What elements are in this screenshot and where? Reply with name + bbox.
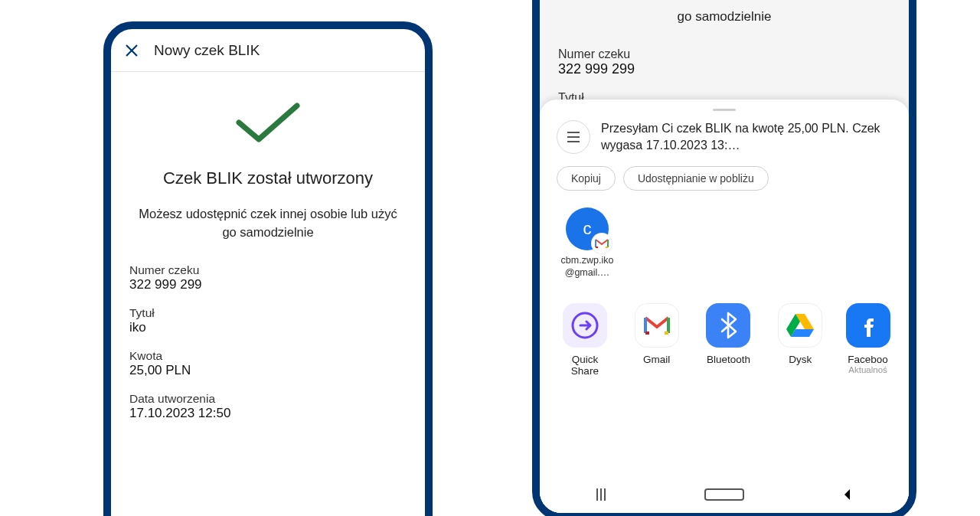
app-sublabel: Aktualnoś (844, 365, 892, 374)
nav-home-button[interactable] (663, 488, 785, 501)
gmail-icon (635, 303, 679, 348)
share-preview-text: Przesyłam Ci czek BLIK na kwotę 25,00 PL… (601, 120, 892, 153)
chip-row: Kopiuj Udostępnianie w pobliżu (557, 166, 892, 191)
app-bluetooth[interactable]: Bluetooth (701, 303, 757, 377)
app-header: Nowy czek BLIK (111, 29, 425, 72)
app-drive[interactable]: Dysk (772, 303, 828, 377)
app-quick-share[interactable]: Quick Share (557, 303, 613, 377)
success-check-icon (111, 101, 425, 145)
drive-icon (778, 303, 822, 348)
app-label: Bluetooth (701, 354, 757, 365)
share-app-row: Quick Share Gmail Bluetooth (557, 300, 892, 377)
facebook-icon (846, 303, 890, 348)
quick-share-icon (563, 303, 607, 348)
header-title: Nowy czek BLIK (154, 42, 260, 59)
phone-left: Nowy czek BLIK Czek BLIK został utworzon… (103, 21, 433, 516)
close-icon[interactable] (122, 41, 142, 60)
created-value: 17.10.2023 12:50 (129, 406, 407, 421)
app-label: Gmail (629, 354, 685, 365)
amount-label: Kwota (129, 349, 407, 363)
drag-handle[interactable] (713, 109, 736, 111)
share-preview: Przesyłam Ci czek BLIK na kwotę 25,00 PL… (557, 120, 892, 154)
field-created: Data utworzenia 17.10.2023 12:50 (129, 392, 407, 421)
field-title: Tytuł iko (129, 306, 407, 335)
title-value: iko (129, 320, 407, 335)
app-gmail[interactable]: Gmail (629, 303, 685, 377)
details-section: Numer czeku 322 999 299 Tytuł iko Kwota … (111, 263, 425, 421)
android-navbar (540, 476, 909, 513)
created-label: Data utworzenia (129, 392, 407, 406)
gmail-badge-icon (592, 234, 612, 253)
check-number-label: Numer czeku (129, 263, 407, 277)
page-subtitle: Możesz udostępnić czek innej osobie lub … (111, 205, 425, 242)
app-facebook[interactable]: Faceboo Aktualnoś (844, 303, 892, 377)
share-sheet: Przesyłam Ci czek BLIK na kwotę 25,00 PL… (540, 100, 909, 513)
nav-recent-button[interactable] (541, 488, 662, 501)
title-label: Tytuł (129, 306, 407, 320)
phone-right: go samodzielnie Numer czeku 322 999 299 … (532, 0, 916, 516)
field-check-number: Numer czeku 322 999 299 (129, 263, 407, 292)
nearby-share-chip[interactable]: Udostępnianie w pobliżu (623, 166, 769, 191)
document-icon (557, 120, 590, 154)
app-label: Dysk (772, 354, 828, 365)
nav-back-button[interactable] (786, 488, 908, 501)
bluetooth-icon (706, 303, 750, 348)
field-amount: Kwota 25,00 PLN (129, 349, 407, 378)
check-number-value: 322 999 299 (129, 277, 407, 292)
app-label: Faceboo (844, 354, 892, 365)
amount-value: 25,00 PLN (129, 363, 407, 378)
share-contact[interactable]: c cbm.zwp.iko@gmail.… (557, 207, 618, 279)
copy-chip[interactable]: Kopiuj (557, 166, 616, 191)
contact-name: cbm.zwp.iko@gmail.… (557, 255, 618, 279)
page-title: Czek BLIK został utworzony (111, 168, 425, 188)
app-label: Quick Share (557, 354, 613, 377)
